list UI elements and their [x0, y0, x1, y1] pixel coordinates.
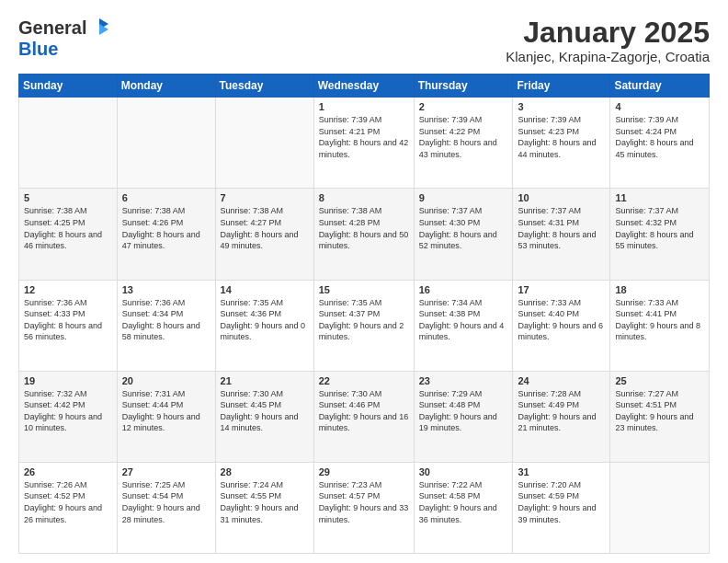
day-info: Sunrise: 7:38 AM Sunset: 4:27 PM Dayligh…	[221, 205, 309, 251]
day-info: Sunrise: 7:28 AM Sunset: 4:49 PM Dayligh…	[518, 388, 605, 434]
day-cell-w1-d2	[117, 98, 215, 189]
day-info: Sunrise: 7:30 AM Sunset: 4:45 PM Dayligh…	[221, 388, 309, 434]
day-info: Sunrise: 7:38 AM Sunset: 4:28 PM Dayligh…	[319, 205, 409, 251]
day-info: Sunrise: 7:20 AM Sunset: 4:59 PM Dayligh…	[518, 479, 605, 525]
day-cell-w1-d7: 4Sunrise: 7:39 AM Sunset: 4:24 PM Daylig…	[610, 98, 710, 189]
header-monday: Monday	[117, 75, 215, 98]
day-number: 30	[419, 466, 508, 477]
day-info: Sunrise: 7:39 AM Sunset: 4:24 PM Dayligh…	[615, 114, 704, 160]
header-friday: Friday	[513, 75, 610, 98]
day-info: Sunrise: 7:30 AM Sunset: 4:46 PM Dayligh…	[319, 388, 409, 434]
day-info: Sunrise: 7:24 AM Sunset: 4:55 PM Dayligh…	[221, 479, 309, 525]
day-number: 3	[518, 101, 605, 112]
day-info: Sunrise: 7:25 AM Sunset: 4:54 PM Dayligh…	[122, 479, 210, 525]
day-info: Sunrise: 7:36 AM Sunset: 4:33 PM Dayligh…	[24, 297, 112, 343]
day-cell-w2-d4: 8Sunrise: 7:38 AM Sunset: 4:28 PM Daylig…	[313, 189, 414, 280]
day-cell-w4-d7: 25Sunrise: 7:27 AM Sunset: 4:51 PM Dayli…	[610, 371, 710, 462]
calendar-table: Sunday Monday Tuesday Wednesday Thursday…	[18, 74, 710, 554]
day-cell-w3-d4: 15Sunrise: 7:35 AM Sunset: 4:37 PM Dayli…	[313, 280, 414, 371]
day-info: Sunrise: 7:37 AM Sunset: 4:32 PM Dayligh…	[615, 205, 704, 251]
day-cell-w1-d5: 2Sunrise: 7:39 AM Sunset: 4:22 PM Daylig…	[414, 98, 513, 189]
header-wednesday: Wednesday	[313, 75, 414, 98]
day-number: 1	[319, 101, 409, 112]
title-block: January 2025 Klanjec, Krapina-Zagorje, C…	[506, 17, 710, 64]
day-info: Sunrise: 7:34 AM Sunset: 4:38 PM Dayligh…	[419, 297, 508, 343]
day-info: Sunrise: 7:27 AM Sunset: 4:51 PM Dayligh…	[615, 388, 704, 434]
day-info: Sunrise: 7:23 AM Sunset: 4:57 PM Dayligh…	[319, 479, 409, 525]
day-cell-w4-d6: 24Sunrise: 7:28 AM Sunset: 4:49 PM Dayli…	[513, 371, 610, 462]
day-info: Sunrise: 7:33 AM Sunset: 4:40 PM Dayligh…	[518, 297, 605, 343]
day-number: 28	[221, 466, 309, 477]
logo: General Blue	[18, 17, 110, 60]
day-info: Sunrise: 7:38 AM Sunset: 4:26 PM Dayligh…	[122, 205, 210, 251]
day-info: Sunrise: 7:22 AM Sunset: 4:58 PM Dayligh…	[419, 479, 508, 525]
day-info: Sunrise: 7:33 AM Sunset: 4:41 PM Dayligh…	[615, 297, 704, 343]
day-number: 5	[24, 192, 112, 203]
day-number: 22	[319, 375, 409, 386]
day-cell-w2-d2: 6Sunrise: 7:38 AM Sunset: 4:26 PM Daylig…	[117, 189, 215, 280]
day-number: 25	[615, 375, 704, 386]
day-info: Sunrise: 7:31 AM Sunset: 4:44 PM Dayligh…	[122, 388, 210, 434]
day-cell-w2-d5: 9Sunrise: 7:37 AM Sunset: 4:30 PM Daylig…	[414, 189, 513, 280]
day-cell-w4-d4: 22Sunrise: 7:30 AM Sunset: 4:46 PM Dayli…	[313, 371, 414, 462]
day-cell-w2-d6: 10Sunrise: 7:37 AM Sunset: 4:31 PM Dayli…	[513, 189, 610, 280]
day-info: Sunrise: 7:39 AM Sunset: 4:21 PM Dayligh…	[319, 114, 409, 160]
day-info: Sunrise: 7:38 AM Sunset: 4:25 PM Dayligh…	[24, 205, 112, 251]
day-cell-w1-d6: 3Sunrise: 7:39 AM Sunset: 4:23 PM Daylig…	[513, 98, 610, 189]
day-number: 4	[615, 101, 704, 112]
day-number: 10	[518, 192, 605, 203]
week-row-1: 1Sunrise: 7:39 AM Sunset: 4:21 PM Daylig…	[19, 98, 710, 189]
day-number: 9	[419, 192, 508, 203]
day-number: 31	[518, 466, 605, 477]
day-cell-w2-d1: 5Sunrise: 7:38 AM Sunset: 4:25 PM Daylig…	[19, 189, 118, 280]
week-row-2: 5Sunrise: 7:38 AM Sunset: 4:25 PM Daylig…	[19, 189, 710, 280]
days-header-row: Sunday Monday Tuesday Wednesday Thursday…	[19, 75, 710, 98]
day-info: Sunrise: 7:37 AM Sunset: 4:31 PM Dayligh…	[518, 205, 605, 251]
day-cell-w3-d7: 18Sunrise: 7:33 AM Sunset: 4:41 PM Dayli…	[610, 280, 710, 371]
day-number: 17	[518, 284, 605, 295]
logo-blue-text: Blue	[18, 39, 58, 59]
day-info: Sunrise: 7:36 AM Sunset: 4:34 PM Dayligh…	[122, 297, 210, 343]
page: General Blue January 2025 Klanjec, Krapi…	[0, 0, 728, 563]
day-info: Sunrise: 7:32 AM Sunset: 4:42 PM Dayligh…	[24, 388, 112, 434]
day-info: Sunrise: 7:29 AM Sunset: 4:48 PM Dayligh…	[419, 388, 508, 434]
day-number: 29	[319, 466, 409, 477]
day-number: 13	[122, 284, 210, 295]
header-saturday: Saturday	[610, 75, 710, 98]
day-cell-w2-d3: 7Sunrise: 7:38 AM Sunset: 4:27 PM Daylig…	[215, 189, 313, 280]
day-cell-w4-d2: 20Sunrise: 7:31 AM Sunset: 4:44 PM Dayli…	[117, 371, 215, 462]
day-cell-w5-d4: 29Sunrise: 7:23 AM Sunset: 4:57 PM Dayli…	[313, 462, 414, 553]
day-cell-w3-d2: 13Sunrise: 7:36 AM Sunset: 4:34 PM Dayli…	[117, 280, 215, 371]
day-cell-w5-d5: 30Sunrise: 7:22 AM Sunset: 4:58 PM Dayli…	[414, 462, 513, 553]
day-number: 27	[122, 466, 210, 477]
day-cell-w1-d1	[19, 98, 118, 189]
day-info: Sunrise: 7:37 AM Sunset: 4:30 PM Dayligh…	[419, 205, 508, 251]
day-number: 2	[419, 101, 508, 112]
location: Klanjec, Krapina-Zagorje, Croatia	[506, 49, 710, 64]
day-number: 7	[221, 192, 309, 203]
day-cell-w1-d3	[215, 98, 313, 189]
day-info: Sunrise: 7:26 AM Sunset: 4:52 PM Dayligh…	[24, 479, 112, 525]
day-number: 16	[419, 284, 508, 295]
day-info: Sunrise: 7:35 AM Sunset: 4:37 PM Dayligh…	[319, 297, 409, 343]
day-number: 21	[221, 375, 309, 386]
day-cell-w3-d3: 14Sunrise: 7:35 AM Sunset: 4:36 PM Dayli…	[215, 280, 313, 371]
day-number: 24	[518, 375, 605, 386]
day-number: 8	[319, 192, 409, 203]
day-cell-w4-d3: 21Sunrise: 7:30 AM Sunset: 4:45 PM Dayli…	[215, 371, 313, 462]
day-cell-w5-d1: 26Sunrise: 7:26 AM Sunset: 4:52 PM Dayli…	[19, 462, 118, 553]
logo-general-text: General	[18, 17, 86, 39]
day-cell-w3-d1: 12Sunrise: 7:36 AM Sunset: 4:33 PM Dayli…	[19, 280, 118, 371]
week-row-5: 26Sunrise: 7:26 AM Sunset: 4:52 PM Dayli…	[19, 462, 710, 553]
day-cell-w2-d7: 11Sunrise: 7:37 AM Sunset: 4:32 PM Dayli…	[610, 189, 710, 280]
day-number: 23	[419, 375, 508, 386]
logo-flag-icon	[88, 17, 110, 39]
day-info: Sunrise: 7:35 AM Sunset: 4:36 PM Dayligh…	[221, 297, 309, 343]
header-tuesday: Tuesday	[215, 75, 313, 98]
day-cell-w5-d2: 27Sunrise: 7:25 AM Sunset: 4:54 PM Dayli…	[117, 462, 215, 553]
day-number: 20	[122, 375, 210, 386]
day-info: Sunrise: 7:39 AM Sunset: 4:22 PM Dayligh…	[419, 114, 508, 160]
day-number: 15	[319, 284, 409, 295]
day-cell-w3-d6: 17Sunrise: 7:33 AM Sunset: 4:40 PM Dayli…	[513, 280, 610, 371]
month-title: January 2025	[506, 17, 710, 49]
